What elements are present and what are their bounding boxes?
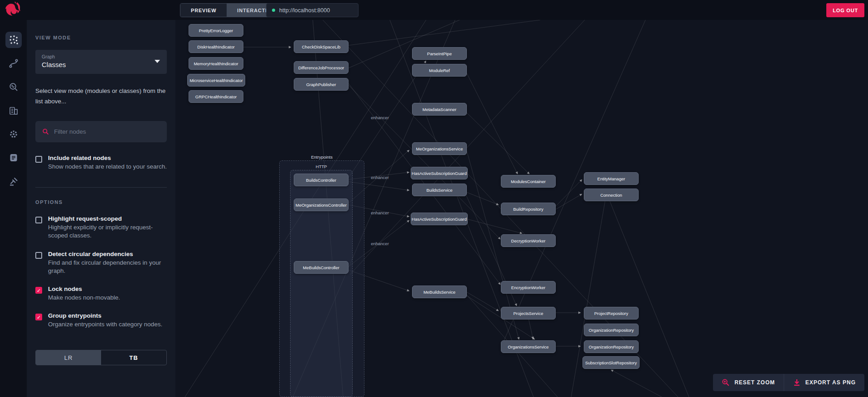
icon-rail [0,20,27,397]
graph-node[interactable]: MeBuildsService [412,286,467,298]
search-pulse-icon [9,82,19,92]
canvas-controls: RESET ZOOM EXPORT AS PNG [713,374,864,391]
option-description: Make nodes non-movable. [48,294,120,302]
graph-node[interactable]: ModuleRef [412,64,467,77]
rail-item-inspect[interactable] [5,79,22,95]
option-label: Detect circular dependencies [48,251,167,257]
logout-button[interactable]: LOG OUT [826,3,864,17]
select-label: Graph [42,54,160,59]
divider [35,187,167,188]
rail-item-routes[interactable] [5,55,22,72]
top-bar: PREVIEWINTERACTIVE http://localhost:8000… [0,0,868,20]
option-description: Organize entrypoints with category nodes… [48,320,162,329]
option-row: ✓Highlight request-scopedHighlight expli… [35,215,167,240]
include-related-row: ✓ Include related nodes Show nodes that … [35,155,167,171]
graph-node[interactable]: BuildsService [412,184,467,196]
graph-node[interactable]: MemoryHealthIndicator [189,57,243,70]
graph-node[interactable]: HasActiveSubscriptionGuard [411,213,468,225]
graph-node[interactable]: MetadataScanner [412,103,467,116]
route-icon [9,58,19,68]
graph-node[interactable]: EntityManager [584,172,639,185]
chevron-down-icon [155,60,160,63]
option-checkbox[interactable]: ✓ [35,217,42,223]
rail-item-organization[interactable] [5,102,22,119]
nestjs-logo-icon [5,1,23,19]
graph-node[interactable]: DiskHealthIndicator [189,40,243,53]
rail-item-graph[interactable] [5,32,22,48]
gavel-icon [9,176,19,186]
graph-node[interactable]: GraphPublisher [294,78,349,91]
graph-node[interactable]: GRPCHealthIndicator [189,90,243,103]
zoom-reset-icon [722,378,730,387]
graph-node[interactable]: ModulesContainer [501,175,556,188]
url-bar[interactable]: http://localhost:8000 [266,3,359,17]
edge-label: enhancer [371,241,389,246]
graph-node[interactable]: Connection [584,189,639,201]
graph-node[interactable]: PrettyErrorLogger [189,24,243,37]
rail-item-docs[interactable] [5,150,22,166]
graph-node[interactable]: OrganizationsService [501,340,556,353]
view-mode-header: VIEW MODE [35,35,167,40]
option-row: ✓Detect circular dependenciesFind and fi… [35,251,167,275]
option-checkbox[interactable]: ✓ [35,314,42,320]
option-label: Lock nodes [48,286,120,292]
filter-box [35,121,167,142]
include-related-description: Show nodes that are related to your sear… [48,163,167,171]
option-label: Highlight request-scoped [48,215,167,222]
graph-node[interactable]: MeBuildsController [294,261,349,274]
graph-node[interactable]: OrganizationRepository [584,340,639,353]
reset-zoom-label: RESET ZOOM [734,379,775,386]
export-png-button[interactable]: EXPORT AS PNG [784,374,864,391]
status-dot [272,9,275,12]
graph-node[interactable]: DifferenceJobProcessor [294,61,349,74]
sidebar-panel: VIEW MODE Graph Classes Select view mode… [27,20,175,397]
option-row: ✓Lock nodesMake nodes non-movable. [35,286,167,302]
layout-lr-button[interactable]: LR [36,350,101,365]
download-icon [793,378,801,387]
group-label: Entrypoints [311,155,333,160]
filter-nodes-input[interactable] [54,128,160,135]
graph-node[interactable]: ParseIntPipe [412,47,467,60]
rail-item-legal[interactable] [5,173,22,189]
graph-node[interactable]: BuildRepository [501,203,556,215]
scatter-icon [9,35,19,45]
group-label: HTTP [316,164,327,169]
view-mode-description: Select view mode (modules or classes) fr… [35,86,167,107]
reset-zoom-button[interactable]: RESET ZOOM [713,374,783,391]
graph-node[interactable]: MicroserviceHealthIndicator [187,74,245,87]
building-icon [9,106,19,116]
option-checkbox[interactable]: ✓ [35,287,42,294]
graph-node[interactable]: MeOrganizationsService [412,142,467,155]
graph-node[interactable]: DecryptionWorker [501,234,556,247]
graph-node[interactable]: CheckDiskSpaceLib [294,40,349,53]
graph-node[interactable]: HasActiveSubscriptionGuard [411,167,468,179]
mode-tab-preview[interactable]: PREVIEW [180,4,227,17]
edge-label: enhancer [371,210,389,215]
search-icon [42,128,49,136]
option-description: Highlight explicitly or implicitly reque… [48,223,167,240]
graph-node[interactable]: OrganizationRepository [584,324,639,336]
layout-tb-button[interactable]: TB [101,350,166,365]
graph-node[interactable]: SubscriptionSlotRepository [582,356,640,369]
include-related-label: Include related nodes [48,155,167,161]
url-text: http://localhost:8000 [279,7,330,14]
select-value: Classes [42,61,160,68]
edge-label: enhancer [371,115,389,120]
option-row: ✓Group entrypointsOrganize entrypoints w… [35,312,167,329]
options-header: OPTIONS [35,199,167,205]
graph-node[interactable]: MeOrganizationsController [294,198,349,211]
graph-node[interactable]: EncryptionWorker [501,281,556,294]
rail-item-settings[interactable] [5,126,22,142]
document-icon [9,153,19,163]
include-related-checkbox[interactable]: ✓ [35,156,42,163]
export-png-label: EXPORT AS PNG [805,379,856,386]
graph-node[interactable]: ProjectsService [501,307,556,320]
graph-node[interactable]: BuildsController [294,174,349,186]
edge-label: enhancer [371,175,389,180]
graph-mode-select[interactable]: Graph Classes [35,50,167,74]
option-label: Group entrypoints [48,312,162,319]
graph-node[interactable]: ProjectRepository [584,307,639,320]
layout-direction-toggle: LRTB [35,350,167,365]
option-description: Find and fix circular dependencies in yo… [48,259,167,275]
option-checkbox[interactable]: ✓ [35,252,42,259]
